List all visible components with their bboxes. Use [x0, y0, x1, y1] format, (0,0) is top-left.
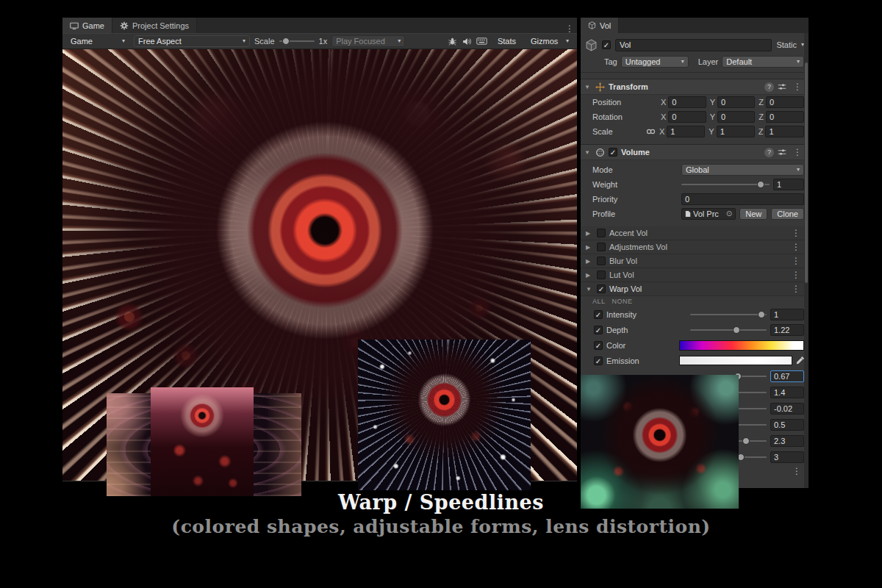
none-button[interactable]: NONE	[612, 298, 633, 305]
override-row-warp[interactable]: ▼ ✓ Warp Vol ⋮	[581, 282, 808, 296]
axis-x-label: X	[659, 127, 664, 136]
gameobject-name-input[interactable]	[615, 39, 772, 51]
spacer	[581, 73, 808, 79]
bug-icon[interactable]	[448, 37, 457, 46]
display-dropdown[interactable]: Game ▾	[66, 35, 129, 47]
volume-header[interactable]: ▼ ✓ Volume ? ⋮	[581, 144, 808, 160]
priority-field[interactable]: 0	[681, 193, 804, 205]
hidden-field[interactable]: 0.5	[770, 419, 804, 431]
rotation-y-field[interactable]: 0	[717, 111, 755, 123]
eyedropper-icon[interactable]	[796, 356, 804, 365]
depth-slider[interactable]	[690, 329, 767, 331]
profile-new-button[interactable]: New	[739, 208, 767, 220]
position-z-field[interactable]: 0	[766, 96, 804, 108]
hidden-field[interactable]: -0.02	[770, 403, 804, 415]
override-row-accent[interactable]: ▶ Accent Vol ⋮	[581, 226, 808, 240]
mode-label: Mode	[592, 165, 678, 174]
volume-enabled-checkbox[interactable]: ✓	[609, 148, 617, 157]
profile-object-field[interactable]: Vol Prc ⊙	[681, 208, 736, 220]
position-y-field[interactable]: 0	[717, 96, 755, 108]
param-checkbox-checked[interactable]: ✓	[594, 326, 603, 334]
override-checkbox[interactable]	[597, 270, 606, 279]
transform-header[interactable]: ▼ Transform ? ⋮	[581, 79, 808, 95]
bottom-menu-icon[interactable]: ⋮	[789, 467, 804, 476]
override-checkbox-checked[interactable]: ✓	[597, 284, 606, 293]
tab-game[interactable]: Game	[62, 18, 112, 33]
override-checkbox[interactable]	[597, 257, 606, 265]
mode-dropdown[interactable]: Global ▾	[681, 164, 804, 176]
foldout-open-icon[interactable]: ▼	[586, 286, 593, 293]
keyboard-icon[interactable]	[476, 37, 487, 46]
layer-dropdown[interactable]: Default ▾	[722, 56, 804, 68]
intensity-slider[interactable]	[690, 314, 767, 315]
foldout-open-icon[interactable]: ▼	[584, 149, 592, 156]
hidden-field[interactable]: 3	[770, 451, 804, 463]
rotation-x-field[interactable]: 0	[668, 111, 706, 123]
gameobject-active-checkbox[interactable]: ✓	[602, 40, 611, 49]
cube-icon	[585, 39, 598, 51]
gizmos-dropdown[interactable]: Gizmos ▾	[526, 35, 573, 47]
override-row-blur[interactable]: ▶ Blur Vol ⋮	[581, 254, 808, 268]
weight-slider[interactable]	[681, 184, 770, 185]
depth-slider-knob[interactable]	[733, 326, 740, 334]
scale-x-field[interactable]: 1	[667, 126, 705, 137]
help-icon[interactable]: ?	[764, 148, 774, 157]
aspect-dropdown[interactable]: Free Aspect ▾	[134, 35, 250, 47]
emission-color-bar[interactable]	[679, 356, 792, 365]
slider-knob[interactable]	[742, 437, 750, 445]
intensity-field[interactable]: 1	[770, 309, 804, 320]
override-row-lut[interactable]: ▶ Lut Vol ⋮	[581, 268, 808, 282]
help-icon[interactable]: ?	[764, 82, 774, 92]
tag-dropdown[interactable]: Untagged ▾	[621, 56, 689, 68]
override-checkbox[interactable]	[597, 229, 606, 237]
param-checkbox-checked[interactable]: ✓	[594, 341, 603, 350]
color-gradient-bar[interactable]	[679, 340, 804, 351]
rotation-z-field[interactable]: 0	[766, 111, 804, 123]
game-window-menu-icon[interactable]: ⋮	[562, 24, 577, 33]
transform-menu-icon[interactable]: ⋮	[790, 82, 805, 91]
hidden-field[interactable]: 2.3	[770, 435, 804, 447]
presets-icon[interactable]	[778, 148, 786, 157]
axis-y-label: Y	[710, 112, 715, 121]
param-row-emission: ✓ Emission	[581, 353, 808, 368]
scale-slider-knob[interactable]	[282, 37, 290, 45]
override-menu-icon[interactable]: ⋮	[789, 257, 803, 265]
foldout-closed-icon[interactable]: ▶	[586, 230, 593, 237]
object-picker-icon[interactable]: ⊙	[726, 209, 732, 219]
foldout-open-icon[interactable]: ▼	[584, 84, 592, 90]
volume-menu-icon[interactable]: ⋮	[790, 148, 805, 157]
override-menu-icon[interactable]: ⋮	[789, 229, 803, 237]
play-focused-dropdown[interactable]: Play Focused ▾	[331, 35, 405, 47]
tab-project-settings[interactable]: Project Settings	[112, 18, 197, 33]
scrollbar-thumb[interactable]	[805, 62, 808, 283]
dropdown-arrow-icon: ▾	[398, 38, 401, 44]
weight-field[interactable]: 1	[773, 179, 804, 190]
override-row-adjustments[interactable]: ▶ Adjustments Vol ⋮	[581, 240, 808, 254]
speaker-icon[interactable]	[462, 37, 472, 46]
scale-slider[interactable]	[279, 40, 315, 42]
override-checkbox[interactable]	[597, 243, 606, 251]
hidden-field-focused[interactable]: 0.67	[770, 370, 804, 382]
scale-z-field[interactable]: 1	[765, 126, 804, 137]
weight-slider-knob[interactable]	[757, 181, 764, 188]
override-menu-icon[interactable]: ⋮	[789, 270, 803, 279]
scale-y-field[interactable]: 1	[717, 126, 755, 137]
foldout-closed-icon[interactable]: ▶	[586, 272, 593, 279]
param-checkbox-checked[interactable]: ✓	[594, 310, 603, 319]
position-x-field[interactable]: 0	[668, 96, 706, 108]
profile-clone-button[interactable]: Clone	[771, 208, 804, 220]
param-checkbox-checked[interactable]: ✓	[594, 356, 603, 365]
stats-button[interactable]: Stats	[492, 35, 522, 47]
inspector-scrollbar[interactable]	[804, 33, 808, 488]
all-button[interactable]: ALL	[592, 298, 606, 305]
foldout-closed-icon[interactable]: ▶	[586, 244, 593, 251]
depth-field[interactable]: 1.22	[770, 324, 804, 336]
intensity-slider-knob[interactable]	[758, 311, 765, 318]
override-menu-icon[interactable]: ⋮	[789, 243, 803, 251]
link-icon[interactable]	[646, 128, 656, 135]
foldout-closed-icon[interactable]: ▶	[586, 258, 593, 265]
override-menu-icon[interactable]: ⋮	[789, 284, 803, 293]
tab-inspector-vol[interactable]: Vol	[581, 18, 619, 33]
hidden-field[interactable]: 1.4	[770, 387, 804, 398]
presets-icon[interactable]	[778, 82, 786, 91]
